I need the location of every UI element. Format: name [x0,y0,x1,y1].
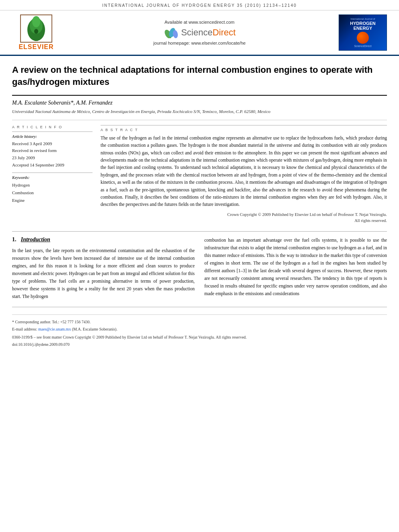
article-title: A review on the technical adaptations fo… [12,64,387,88]
intro-heading: 1. Introduction [12,236,195,243]
keyword-engine: Engine [12,197,93,204]
doi-line: doi:10.1016/j.ijhydene.2009.09.070 [12,341,387,348]
sd-small-logo: ScienceDirect [354,45,371,47]
article-content: A review on the technical adaptations fo… [0,56,399,357]
elsevier-tree-icon [20,14,52,43]
article-received-text: Received 3 April 2009 [12,140,93,148]
keywords-section: Keywords: Hydrogen Combustion Engine [12,173,93,204]
email-link[interactable]: maes@cie.unam.mx [38,327,71,331]
issn-line: 0360-3199/$ – see front matter Crown Cop… [12,334,387,341]
keywords-label: Keywords: [12,175,93,180]
article-info-col: A R T I C L E I N F O Article history: R… [12,125,93,224]
journal-header: INTERNATIONAL JOURNAL OF HYDROGEN ENERGY… [0,0,399,10]
abstract-section-label: A B S T R A C T [101,128,387,132]
footer-divider [12,314,387,315]
body-left-col: 1. Introduction In the last years, the l… [12,236,195,300]
article-revised-text: Received in revised form 23 July 2009 [12,147,93,161]
abstract-col: A B S T R A C T The use of the hydrogen … [101,125,387,224]
available-at-text: Available at www.sciencedirect.com [165,20,234,25]
affiliation-divider [12,120,387,120]
intl-journal-text: International Journal of [350,18,375,21]
article-info-section-label: A R T I C L E I N F O [12,125,93,129]
authors-line: M.A. Escalante Soberanis*, A.M. Fernande… [12,100,387,106]
body-right-text: combustion has an important advantage ov… [204,236,387,298]
abstract-section: A B S T R A C T The use of the hydrogen … [101,125,387,224]
keyword-combustion: Combustion [12,189,93,197]
author-names: M.A. Escalante Soberanis*, A.M. Fernande… [12,100,113,106]
email-suffix-text: (M.A. Escalante Soberanis). [72,327,117,331]
article-accepted-text: Accepted 14 September 2009 [12,162,93,169]
email-label-text: E-mail address: [12,327,38,331]
title-divider [12,95,387,96]
hydrogen-journal-logo: International Journal of HYDROGEN ENERGY… [339,14,387,51]
elsevier-brand-text: ELSEVIER [19,43,53,51]
keyword-hydrogen: Hydrogen [12,181,93,189]
elsevier-logo: ELSEVIER [12,14,60,51]
corresponding-author-note: * Corresponding author. Tel.: +52 777 15… [12,319,387,325]
svg-point-3 [32,16,40,27]
journal-homepage-text: journal homepage: www.elsevier.com/locat… [153,41,245,45]
hydrogen-energy-text: HYDROGEN ENERGY [350,21,376,31]
sciencedirect-center: Available at www.sciencedirect.com Scien… [60,20,339,45]
affiliation-text: Universidad Nacional Autónoma de México,… [12,109,387,115]
email-note: E-mail address: maes@cie.unam.mx (M.A. E… [12,326,387,333]
abstract-copyright: Crown Copyright © 2009 Published by Else… [101,212,387,224]
body-section: 1. Introduction In the last years, the l… [12,231,387,300]
sciencedirect-logo: ScienceDirect [163,27,236,38]
logos-row: ELSEVIER Available at www.sciencedirect.… [0,10,399,56]
section-number: 1. [12,236,16,242]
body-left-text: In the last years, the late reports on t… [12,247,195,300]
svg-point-4 [34,29,38,34]
article-info-abstract-row: A R T I C L E I N F O Article history: R… [12,125,387,224]
hydrogen-sphere-icon [357,32,369,44]
section-title: Introduction [21,236,50,242]
footer-section: * Corresponding author. Tel.: +52 777 15… [12,307,387,348]
article-history-label: Article history: [12,134,93,139]
abstract-text: The use of the hydrogen as fuel in the i… [101,134,387,208]
body-two-col: 1. Introduction In the last years, the l… [12,236,387,300]
sciencedirect-brand-text: ScienceDirect [181,27,236,38]
body-right-col: combustion has an important advantage ov… [204,236,387,300]
sciencedirect-leaves-icon [163,27,179,38]
article-history-section: Article history: Received 3 April 2009 R… [12,131,93,168]
